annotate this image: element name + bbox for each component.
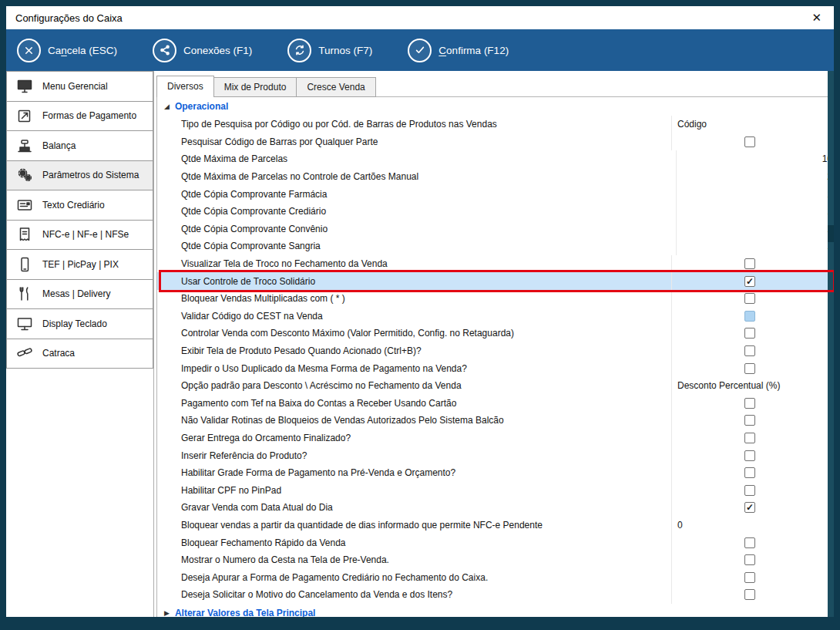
settings-row[interactable]: Deseja Solicitar o Motivo do Cancelament…: [157, 586, 828, 604]
setting-value[interactable]: 1: [676, 238, 832, 255]
settings-row[interactable]: Bloquear Vendas Multiplicadas com ( * ): [157, 290, 828, 308]
setting-value[interactable]: [671, 359, 828, 377]
checkbox-unchecked[interactable]: [744, 572, 755, 583]
settings-row[interactable]: Exibir Tela de Produto Pesado Quando Aci…: [157, 342, 828, 360]
settings-row[interactable]: Gerar Entrega do Orcamento Finalizado?: [157, 430, 828, 447]
sidebar-item-label: Menu Gerencial: [42, 81, 108, 92]
settings-row[interactable]: Bloquear vendas a partir da quantidade d…: [157, 517, 828, 534]
settings-row[interactable]: Mostrar o Numero da Cesta na Tela de Pre…: [157, 551, 828, 569]
checkbox-unchecked[interactable]: [744, 345, 755, 356]
settings-row[interactable]: Validar Código do CEST na Venda: [157, 308, 828, 325]
scrollbar-thumb[interactable]: [828, 225, 834, 242]
settings-row[interactable]: Bloquear Fechamento Rápido da Venda: [157, 534, 828, 551]
setting-value[interactable]: ✓: [671, 499, 828, 517]
setting-value[interactable]: [671, 290, 828, 308]
settings-row[interactable]: Qtde Cópia Comprovante Convênio 1: [157, 221, 828, 238]
sidebar-item-tef-picpay-pix[interactable]: TEF | PicPay | PIX: [6, 249, 153, 280]
tab-diversos[interactable]: Diversos: [156, 76, 214, 97]
confirm-button[interactable]: Confirma (F12): [408, 39, 509, 62]
settings-row[interactable]: Qtde Máxima de Parcelas 10: [157, 150, 828, 168]
setting-value[interactable]: 0: [671, 517, 828, 534]
checkbox-unchecked[interactable]: [744, 415, 755, 426]
setting-value[interactable]: [671, 430, 828, 447]
sidebar-item-display-teclado[interactable]: Display Teclado: [6, 308, 153, 339]
setting-value[interactable]: Código: [671, 116, 828, 133]
sidebar-item-texto-crediario[interactable]: Texto Crediário: [6, 190, 153, 221]
setting-value[interactable]: ✓: [671, 272, 828, 290]
settings-row[interactable]: Qtde Cópia Comprovante Sangria 1: [157, 238, 828, 255]
setting-value[interactable]: 2: [676, 168, 832, 186]
checkbox-unchecked[interactable]: [744, 136, 755, 147]
connections-button[interactable]: Conexões (F1): [153, 39, 252, 62]
close-icon[interactable]: ✕: [811, 11, 834, 25]
setting-value[interactable]: [671, 325, 828, 342]
checkbox-unchecked[interactable]: [744, 328, 755, 339]
setting-value[interactable]: Desconto Percentual (%): [671, 377, 828, 395]
sidebar-item-balanca[interactable]: Balança: [6, 130, 153, 161]
setting-value[interactable]: [671, 446, 828, 464]
setting-value[interactable]: [671, 464, 828, 482]
setting-value[interactable]: [671, 534, 828, 551]
settings-row[interactable]: Gravar Venda com Data Atual do Dia ✓: [157, 499, 828, 517]
scrollbar-track[interactable]: [828, 71, 834, 617]
sidebar-item-formas-de-pagamento[interactable]: Formas de Pagamento: [6, 101, 153, 132]
group-label: Operacional: [175, 101, 228, 112]
cancel-button[interactable]: Cancela (ESC): [17, 39, 117, 62]
checkbox-unchecked[interactable]: [744, 450, 755, 461]
checkbox-unchecked[interactable]: [744, 467, 755, 478]
setting-value[interactable]: [671, 586, 828, 604]
setting-value[interactable]: 10: [676, 150, 832, 168]
settings-row[interactable]: Controlar Venda com Desconto Máximo (Val…: [157, 325, 828, 342]
checkbox-unchecked[interactable]: [744, 485, 755, 496]
settings-row[interactable]: Pagamento com Tef na Baixa do Contas a R…: [157, 395, 828, 413]
setting-value[interactable]: [671, 255, 828, 273]
settings-row[interactable]: Qtde Cópia Comprovante Crediário 1: [157, 203, 828, 221]
checkbox-unchecked[interactable]: [744, 554, 755, 565]
setting-value[interactable]: [671, 568, 828, 586]
settings-row[interactable]: Opção padrão para Desconto \ Acréscimo n…: [157, 377, 828, 395]
settings-row[interactable]: Visualizar Tela de Troco no Fechamento d…: [157, 255, 828, 273]
sidebar-item-catraca[interactable]: Catraca: [6, 339, 153, 369]
settings-row[interactable]: Habilitar CPF no PinPad: [157, 481, 828, 499]
sidebar-item-parametros-do-sistema[interactable]: Parâmetros do Sistema: [6, 160, 153, 191]
setting-value[interactable]: 1: [676, 185, 832, 203]
settings-row[interactable]: Qtde Máxima de Parcelas no Controle de C…: [157, 168, 828, 186]
settings-row[interactable]: Deseja Apurar a Forma de Pagamento Credi…: [157, 568, 828, 586]
setting-value[interactable]: [671, 551, 828, 569]
checkbox-unchecked[interactable]: [744, 258, 755, 269]
checkbox-unchecked[interactable]: [744, 398, 755, 409]
checkbox-checked[interactable]: ✓: [744, 276, 755, 287]
checkbox-unchecked[interactable]: [744, 589, 755, 600]
toolbar-button-label: Turnos (F7): [318, 45, 372, 56]
setting-value[interactable]: [671, 481, 828, 499]
setting-value[interactable]: [671, 308, 828, 325]
setting-value[interactable]: [671, 342, 828, 360]
settings-row[interactable]: Inserir Referência do Produto?: [157, 446, 828, 464]
checkbox-unchecked[interactable]: [744, 537, 755, 548]
checkbox-unchecked[interactable]: [744, 363, 755, 374]
checkbox-unchecked[interactable]: [744, 311, 755, 322]
setting-value[interactable]: [671, 395, 828, 413]
tab-mix-de-produto[interactable]: Mix de Produto: [213, 77, 297, 97]
group-operacional[interactable]: ◢ Operacional: [157, 97, 828, 116]
settings-row[interactable]: Tipo de Pesquisa por Código ou por Cód. …: [157, 116, 828, 133]
settings-row[interactable]: Qtde Cópia Comprovante Farmácia 1: [157, 185, 828, 203]
settings-row[interactable]: Impedir o Uso Duplicado da Mesma Forma d…: [157, 359, 828, 377]
checkbox-unchecked[interactable]: [744, 293, 755, 304]
checkbox-unchecked[interactable]: [744, 433, 755, 443]
settings-row[interactable]: Não Validar Rotinas de Bloqueios de Vend…: [157, 412, 828, 430]
group-alterar-valores[interactable]: ▶ Alterar Valores da Tela Principal: [157, 604, 828, 617]
settings-row[interactable]: Habilitar Grade Forma de Pagamento na Pr…: [157, 464, 828, 482]
setting-value[interactable]: 1: [676, 203, 832, 221]
sidebar-item-mesas-delivery[interactable]: Mesas | Delivery: [6, 279, 153, 310]
sidebar-item-nfce-nfe-nfse[interactable]: NFC-e | NF-e | NFSe: [6, 220, 153, 251]
settings-row[interactable]: Pesquisar Código de Barras por Qualquer …: [157, 133, 828, 151]
setting-value[interactable]: [671, 133, 828, 151]
settings-row[interactable]: Usar Controle de Troco Solidário ✓: [157, 272, 828, 290]
checkbox-checked[interactable]: ✓: [744, 502, 755, 513]
tab-cresce-venda[interactable]: Cresce Venda: [296, 77, 375, 97]
setting-value[interactable]: [671, 412, 828, 430]
setting-value[interactable]: 1: [676, 221, 832, 238]
sidebar-item-menu-gerencial[interactable]: Menu Gerencial: [6, 71, 153, 102]
shifts-button[interactable]: Turnos (F7): [287, 39, 372, 62]
